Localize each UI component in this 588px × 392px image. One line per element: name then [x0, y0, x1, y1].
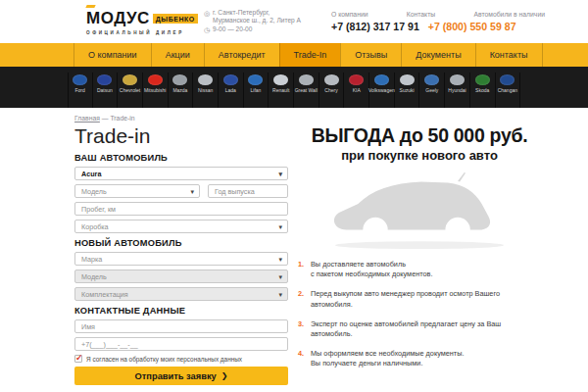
brand-name: Nissan	[198, 88, 213, 94]
brand-tile-lada[interactable]: Lada	[219, 73, 244, 108]
brand-tile-geely[interactable]: Geely	[419, 73, 445, 108]
chevron-right-icon: ❯	[221, 371, 228, 380]
brand-name: Lada	[225, 88, 236, 94]
nav-item-credit[interactable]: Автокредит	[204, 43, 279, 67]
brand-tile-mitsubishi[interactable]: Mitsubishi	[143, 73, 169, 108]
step-number: 1.	[298, 260, 307, 279]
brand-name: Great Wall	[295, 88, 318, 94]
great-wall-logo-icon	[299, 74, 314, 85]
brand-tile-skoda[interactable]: Skoda	[470, 73, 496, 108]
brand-name: Hyundai	[448, 88, 466, 94]
header-link-contacts[interactable]: Контакты	[407, 11, 435, 18]
gearbox-select[interactable]: Коробка ▾	[74, 220, 288, 233]
datsun-logo-icon	[97, 74, 112, 85]
new-car-trim-select[interactable]: Комплектация ▾	[74, 287, 288, 301]
contact-section-label: КОНТАКТНЫЕ ДАННЫЕ	[74, 306, 288, 316]
new-car-brand-select[interactable]: Марка ▾	[74, 252, 288, 266]
step-item: 1. Вы доставляете автомобильс пакетом не…	[298, 260, 543, 279]
nav-item-contacts[interactable]: Контакты	[475, 43, 543, 67]
brand-tile-great-wall[interactable]: Great Wall	[294, 73, 319, 108]
nav-item-reviews[interactable]: Отзывы	[340, 43, 401, 67]
nissan-logo-icon	[198, 74, 213, 85]
skoda-logo-icon	[475, 74, 490, 85]
promo-title: ВЫГОДА до 50 000 руб.	[296, 124, 543, 147]
mileage-input[interactable]	[74, 202, 288, 216]
submit-button[interactable]: Отправить заявку ❯	[74, 367, 288, 385]
consent-checkbox[interactable]: ✓	[74, 355, 82, 363]
dealer-badge: ДЫБЕНКО	[153, 14, 198, 24]
nav-item-promos[interactable]: Акции	[151, 43, 204, 67]
brand-name: Chevrolet	[120, 88, 140, 94]
clock-icon: ◷	[204, 25, 210, 34]
header-link-about[interactable]: О компании	[331, 11, 368, 18]
step-number: 2.	[298, 289, 307, 309]
page-title: Trade-in	[74, 124, 288, 148]
brand-tile-hyundai[interactable]: Hyundai	[445, 73, 470, 108]
suzuki-logo-icon	[400, 74, 415, 85]
ford-logo-icon	[73, 74, 87, 85]
your-car-year-input[interactable]	[208, 184, 288, 198]
breadcrumb: Главная — Trade-in	[74, 115, 288, 122]
breadcrumb-home[interactable]: Главная	[74, 115, 100, 122]
brand-tile-renault[interactable]: Renault	[269, 73, 294, 108]
brand-tile-chery[interactable]: Chery	[319, 73, 345, 108]
step-text: Вы доставляете автомобильс пакетом необх…	[311, 260, 432, 279]
mitsubishi-logo-icon	[148, 74, 163, 85]
brand-tile-nissan[interactable]: Nissan	[193, 73, 219, 108]
hyundai-logo-icon	[450, 74, 465, 85]
step-number: 4.	[298, 349, 307, 368]
new-car-model-select[interactable]: Модель ▾	[74, 270, 288, 283]
dealer-logo[interactable]: МОДУС ДЫБЕНКО ОФИЦИАЛЬНЫЙ ДИЛЕР	[86, 9, 188, 35]
brand-tile-chevrolet[interactable]: Chevrolet	[118, 73, 143, 108]
brand-tile-datsun[interactable]: Datsun	[93, 73, 119, 108]
brand-name: Geely	[425, 88, 438, 94]
geely-logo-icon	[424, 74, 439, 85]
consent-label: Я согласен на обработку моих персональны…	[86, 356, 242, 363]
step-item: 3. Эксперт по оценке автомобилей предлаг…	[298, 319, 543, 339]
logo-wordmark: МОДУС	[86, 9, 150, 28]
your-car-brand-select[interactable]: Acura ▾	[74, 167, 288, 180]
name-input[interactable]	[74, 319, 288, 333]
brand-name: Renault	[272, 88, 289, 94]
header-link-cars-in-stock[interactable]: Автомобили в наличии	[473, 11, 545, 18]
kia-logo-icon	[349, 74, 364, 85]
brand-tile-lifan[interactable]: Lifan	[244, 73, 270, 108]
chevrolet-logo-icon	[122, 74, 137, 85]
nav-item-trade-in[interactable]: Trade-In	[279, 43, 341, 67]
step-number: 3.	[298, 319, 307, 339]
brand-name: Changan	[498, 88, 517, 94]
promo-subtitle: при покупке нового авто	[296, 148, 543, 163]
brand-name: Mazda	[172, 88, 187, 94]
step-text: Перед выкупом авто менеджер проводит осм…	[311, 289, 500, 309]
address-line1: г. Санкт-Петербург,	[213, 9, 270, 16]
new-car-section-label: НОВЫЙ АВТОМОБИЛЬ	[74, 238, 288, 248]
breadcrumb-current: Trade-in	[110, 115, 134, 122]
site-header: МОДУС ДЫБЕНКО ОФИЦИАЛЬНЫЙ ДИЛЕР ◎ г. Сан…	[0, 0, 588, 43]
changan-logo-icon	[500, 74, 514, 85]
working-hours: 9-00 — 20-00	[213, 25, 252, 34]
chevron-down-icon: ▾	[278, 171, 282, 178]
brand-tile-changan[interactable]: Changan	[496, 73, 521, 108]
nav-item-about[interactable]: О компании	[74, 43, 151, 67]
mazda-logo-icon	[172, 74, 187, 85]
brand-name: Lifan	[251, 88, 262, 94]
brand-name: Mitsubishi	[144, 88, 166, 94]
your-car-section-label: ВАШ АВТОМОБИЛЬ	[74, 153, 288, 163]
brand-tile-kia[interactable]: KIA	[344, 73, 369, 108]
brand-name: Datsun	[97, 88, 113, 94]
nav-item-documents[interactable]: Документы	[401, 43, 474, 67]
your-car-model-select[interactable]: Модель ▾	[74, 184, 200, 198]
address-line2: Мурманское ш., д. 2, Литер А	[213, 17, 301, 24]
phone-secondary[interactable]: +7 (800) 550 59 87	[428, 21, 516, 32]
brand-name: Skoda	[475, 88, 489, 94]
brand-tile-ford[interactable]: Ford	[68, 73, 93, 108]
brand-name: Volkswagen	[368, 88, 395, 94]
renault-logo-icon	[273, 74, 288, 85]
phone-input[interactable]	[74, 337, 288, 351]
address-block: ◎ г. Санкт-Петербург, Мурманское ш., д. …	[204, 9, 302, 35]
phone-primary[interactable]: +7 (812) 317 17 91	[331, 21, 419, 32]
logo-accent-icon	[85, 5, 95, 8]
brand-tile-volkswagen[interactable]: Volkswagen	[369, 73, 395, 108]
brand-tile-mazda[interactable]: Mazda	[169, 73, 194, 108]
brand-tile-suzuki[interactable]: Suzuki	[395, 73, 420, 108]
